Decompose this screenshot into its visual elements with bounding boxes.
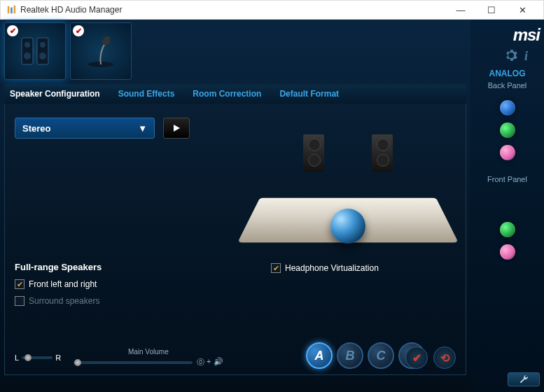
app-icon: [6, 5, 16, 15]
main-volume-label: Main Volume: [74, 348, 223, 356]
checkbox-front-left-right[interactable]: Front left and right: [15, 279, 456, 289]
checkbox-icon: [271, 263, 281, 273]
full-range-title: Full-range Speakers: [15, 262, 456, 272]
back-panel-label: Back Panel: [488, 81, 527, 90]
tab-default-format[interactable]: Default Format: [279, 89, 339, 99]
svg-rect-3: [22, 38, 33, 64]
speaker-mode-dropdown[interactable]: Stereo ▼: [15, 118, 155, 139]
front-panel-label: Front Panel: [487, 175, 527, 183]
connector-settings-button[interactable]: [508, 372, 540, 386]
slider-thumb-icon[interactable]: [25, 354, 32, 361]
speaker-mode-value: Stereo: [22, 123, 50, 134]
svg-point-10: [101, 34, 112, 46]
preset-b[interactable]: B: [337, 342, 363, 369]
svg-point-5: [25, 42, 30, 48]
checkbox-icon: [15, 296, 25, 306]
speaker-stage: [250, 130, 446, 263]
svg-rect-0: [8, 6, 10, 14]
jack-front-mic[interactable]: [500, 244, 515, 260]
window-titlebar: Realtek HD Audio Manager — ☐ ✕: [0, 0, 544, 20]
volume-zero-icon[interactable]: ⓪: [197, 357, 204, 368]
window-title: Realtek HD Audio Manager: [20, 5, 122, 15]
test-play-button[interactable]: [163, 118, 190, 139]
volume-speaker-icon[interactable]: 🔊: [214, 357, 223, 368]
device-default-check-icon: [7, 25, 18, 36]
preset-c[interactable]: C: [368, 342, 394, 369]
svg-rect-1: [11, 8, 13, 14]
svg-point-8: [39, 52, 46, 59]
balance-slider[interactable]: L R: [15, 354, 61, 362]
main-volume-slider[interactable]: [74, 361, 193, 364]
device-speakers[interactable]: [4, 22, 66, 80]
checkbox-surround-speakers: Surround speakers: [15, 296, 456, 306]
tab-sound-effects[interactable]: Sound Effects: [118, 89, 175, 99]
maximize-button[interactable]: ☐: [476, 1, 507, 19]
balance-track[interactable]: [22, 356, 53, 359]
jack-front-headphone[interactable]: [500, 222, 515, 237]
analog-heading: ANALOG: [489, 69, 526, 78]
slider-thumb-icon[interactable]: [74, 359, 81, 366]
svg-point-6: [24, 52, 31, 59]
svg-point-7: [40, 42, 46, 48]
checkbox-label: Surround speakers: [29, 296, 99, 306]
jack-back-line-in[interactable]: [500, 100, 515, 115]
volume-plus-icon[interactable]: +: [207, 357, 211, 368]
device-microphone[interactable]: [70, 22, 132, 80]
stage-speaker-left[interactable]: [303, 134, 324, 172]
settings-gear-icon[interactable]: [505, 49, 517, 62]
brand-logo: msi: [475, 25, 540, 45]
dropdown-arrow-icon: ▼: [138, 123, 147, 134]
reset-button[interactable]: ⟲: [433, 346, 456, 369]
side-panel: msi i ANALOG Back Panel Front Panel: [470, 20, 544, 392]
tab-bar: Speaker Configuration Sound Effects Room…: [4, 84, 466, 104]
config-panel: Stereo ▼ Full-range Speakers Front left …: [4, 104, 466, 375]
minimize-button[interactable]: —: [445, 1, 476, 19]
stage-speaker-right[interactable]: [372, 134, 393, 172]
tab-room-correction[interactable]: Room Correction: [193, 89, 261, 99]
listener-sphere-icon: [330, 209, 365, 244]
balance-left-label: L: [15, 354, 19, 362]
jack-back-mic[interactable]: [500, 145, 515, 160]
svg-rect-2: [14, 6, 16, 13]
tab-speaker-configuration[interactable]: Speaker Configuration: [10, 89, 100, 99]
checkbox-headphone-virtualization[interactable]: Headphone Virtualization: [271, 263, 379, 273]
checkbox-label: Front left and right: [29, 279, 97, 289]
preset-a[interactable]: A: [306, 342, 333, 369]
device-selector-row: [4, 22, 466, 80]
apply-button[interactable]: ✔: [405, 346, 428, 369]
checkbox-icon: [15, 279, 25, 289]
close-button[interactable]: ✕: [507, 1, 538, 19]
device-default-check-icon: [73, 25, 84, 36]
info-icon[interactable]: i: [524, 49, 537, 62]
jack-back-line-out[interactable]: [500, 122, 515, 138]
svg-rect-4: [37, 38, 48, 64]
checkbox-label: Headphone Virtualization: [285, 263, 379, 273]
balance-right-label: R: [55, 354, 61, 362]
